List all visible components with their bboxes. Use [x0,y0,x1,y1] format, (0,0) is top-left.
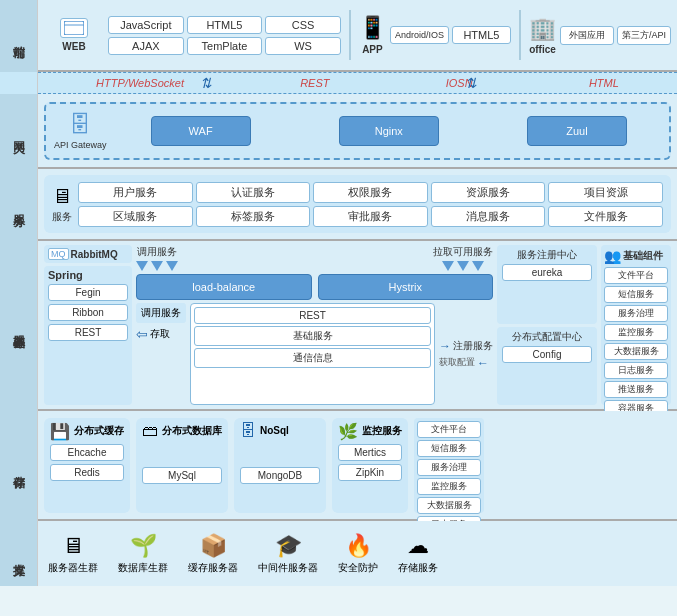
center-top: 调用服务 拉取可用服务 [136,245,493,271]
invoke-store-section: 调用服务 ⇦ 存取 [136,303,186,405]
service-item-4: 项目资源 [548,182,663,203]
support-label-3: 中间件服务器 [258,561,318,575]
monitor-title: 🌿 监控服务 [338,422,402,441]
arrows-down-left [136,261,178,271]
storage-icon: ☁ [407,533,429,559]
invoke-label: 调用服务 [137,245,177,259]
rest-label-box: REST [194,307,431,324]
support-item-0: 🖥 服务器生群 [48,533,98,575]
zuul-box: Zuul [527,116,627,146]
waf-box: WAF [151,116,251,146]
web-section: WEB [44,18,104,52]
arrow-3 [166,261,178,271]
store-section: ⇦ 存取 [136,326,186,342]
app-label: APP [362,44,383,55]
right-register-panel: 服务注册中心 eureka 分布式配置中心 Config [497,245,597,405]
content-column: WEB JavaScript HTML5 CSS AJAX TemPlate W… [38,0,677,616]
server-cluster-icon: 🖥 [62,533,84,559]
service-item-1: 认证服务 [196,182,311,203]
base-component-label: 基础组件 [623,249,663,263]
service-inner: 🖥 服务 用户服务 认证服务 权限服务 资源服务 项目资源 区域服务 标签服务 … [44,175,671,233]
office-section: 🏢 office [529,16,556,55]
security-icon: 🔥 [345,533,372,559]
comp-4: 大数据服务 [604,343,668,360]
store-label: 存取 [150,327,170,341]
comp-0: 文件平台 [604,267,668,284]
arrow-left: ⇦ [136,326,148,342]
service-item-6: 标签服务 [196,206,311,227]
arrows-down-right [442,261,484,271]
svg-rect-0 [64,21,84,35]
office-label: office [529,44,556,55]
base-service-box: 基础服务 [194,326,431,346]
comp-5: 日志服务 [604,362,668,379]
third-party-box: 第三方/API [617,26,671,45]
service-register-label: 服务注册中心 [500,248,594,262]
label-service: 服务 [0,169,38,241]
comp-2: 服务治理 [604,305,668,322]
cache-server-icon: 📦 [200,533,227,559]
support-label-5: 存储服务 [398,561,438,575]
arrow-5 [457,261,469,271]
web-icon [60,18,88,38]
html5-app-box: HTML5 [452,26,511,44]
config-box: Config [502,346,592,363]
mongodb-box: MongoDB [240,467,320,484]
nosql-section: 🗄 NoSql MongoDB [234,418,326,513]
comp-6: 推送服务 [604,381,668,398]
service-item-7: 审批服务 [313,206,428,227]
rabbitmq-section: MQ RabbitMQ [44,245,132,263]
support-item-1: 🌱 数据库生群 [118,533,168,575]
arrow-right: → [439,339,451,353]
main-container: 前端 网关 服务 基础服务 存储 支撑 WEB JavaScript HT [0,0,677,616]
support-item-3: 🎓 中间件服务器 [258,533,318,575]
fetch-config-row: 获取配置 ← [439,356,493,370]
zipkin-box: ZipKin [338,464,402,481]
protocol-http: HTTP/WebSocket [96,77,184,89]
arrow-2 [151,261,163,271]
arrow-6 [472,261,484,271]
label-frontend: 前端 [0,0,38,72]
service-item-3: 资源服务 [431,182,546,203]
phone-icon: 📱 [359,15,386,41]
arrow-left2: ← [477,356,489,370]
service-row: 🖥 服务 用户服务 认证服务 权限服务 资源服务 项目资源 区域服务 标签服务 … [38,169,677,241]
register-row: → 注册服务 [439,339,493,353]
dist-cache-section: 💾 分布式缓存 Ehcache Redis [44,418,130,513]
monitor-label: 监控服务 [362,424,402,438]
support-label-0: 服务器生群 [48,561,98,575]
support-label-2: 缓存服务器 [188,561,238,575]
base-component-panel: 👥 基础组件 文件平台 短信服务 服务治理 监控服务 大数据服务 日志服务 推送… [601,245,671,405]
dist-db-label: 分布式数据库 [162,424,222,438]
dist-db-section: 🗃 分布式数据库 MySql [136,418,228,513]
monitor-section: 🌿 监控服务 Mertics ZipKin [332,418,408,513]
mertics-box: Mertics [338,444,402,461]
comp-3: 监控服务 [604,324,668,341]
protocol-rest: REST [300,77,329,89]
hystrix-box: Hystrix [318,274,494,300]
ribbon-box: Ribbon [48,304,128,321]
mysql-box: MySql [142,467,222,484]
foreign-app-box: 外国应用 [560,26,614,45]
center-panel: 调用服务 拉取可用服务 [136,245,493,405]
fetchable-label: 拉取可用服务 [433,245,493,259]
register-section: → 注册服务 获取配置 ← [439,303,493,405]
label-gateway: 网关 [0,94,38,169]
css-box: CSS [265,16,341,34]
building-icon: 🏢 [529,16,556,42]
fetch-config-label: 获取配置 [439,356,475,369]
protocol-bar: HTTP/WebSocket REST IOSN HTML ⇅ ⇅ [38,72,677,94]
frontend-row: WEB JavaScript HTML5 CSS AJAX TemPlate W… [38,0,677,72]
db-cluster-icon: 🌱 [130,533,157,559]
eureka-box: eureka [502,264,592,281]
support-row: 🖥 服务器生群 🌱 数据库生群 📦 缓存服务器 🎓 中间件服务器 🔥 [38,521,677,586]
base-component-items: 文件平台 短信服务 服务治理 监控服务 大数据服务 日志服务 推送服务 容器服务 [604,267,668,417]
support-item-2: 📦 缓存服务器 [188,533,238,575]
api-gateway-label: API Gateway [54,140,107,150]
support-item-4: 🔥 安全防护 [338,533,378,575]
label-column: 前端 网关 服务 基础服务 存储 支撑 [0,0,38,616]
web-label: WEB [62,41,85,52]
stor-comp-1: 短信服务 [417,440,481,457]
spring-label: Spring [48,269,128,281]
invoke-section: 调用服务 [136,245,178,271]
